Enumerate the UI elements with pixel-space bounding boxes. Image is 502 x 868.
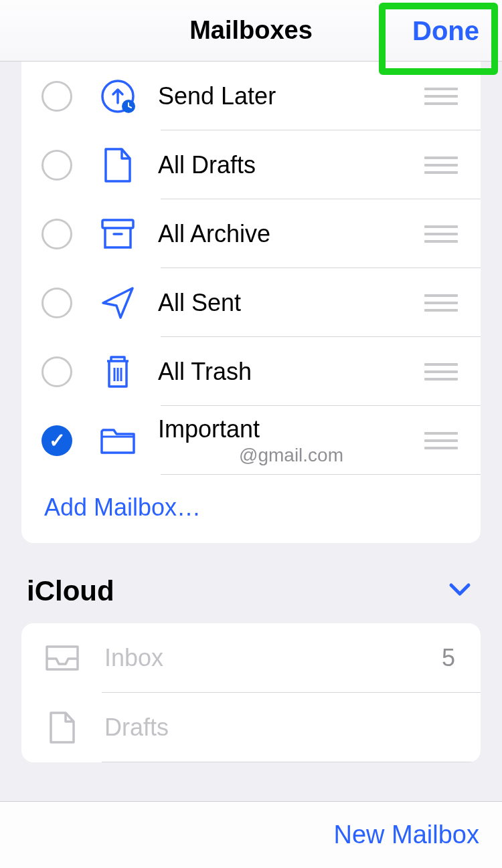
account-card: Inbox 5 Drafts: [21, 623, 481, 762]
checkbox-unchecked[interactable]: [41, 356, 72, 387]
row-label: Inbox: [104, 644, 442, 672]
drag-handle-icon[interactable]: [424, 156, 458, 174]
checkbox-checked[interactable]: [41, 425, 72, 456]
checkbox-unchecked[interactable]: [41, 219, 72, 249]
bottom-toolbar: New Mailbox: [0, 801, 502, 868]
drag-handle-icon[interactable]: [424, 432, 458, 449]
mailbox-row-all-drafts[interactable]: All Drafts: [21, 130, 481, 199]
chevron-down-icon: [448, 582, 471, 600]
row-label: Send Later: [158, 82, 424, 110]
mailbox-row-send-later[interactable]: Send Later: [21, 62, 481, 130]
draft-icon: [98, 146, 138, 184]
archive-icon: [98, 218, 138, 250]
account-title: iCloud: [27, 575, 114, 607]
drag-handle-icon[interactable]: [424, 225, 458, 243]
sent-icon: [98, 284, 138, 322]
add-mailbox-button[interactable]: Add Mailbox…: [21, 475, 481, 543]
mailbox-row-all-archive[interactable]: All Archive: [21, 199, 481, 268]
done-button[interactable]: Done: [412, 15, 479, 45]
checkbox-unchecked[interactable]: [41, 288, 72, 318]
new-mailbox-button[interactable]: New Mailbox: [333, 821, 479, 849]
navigation-bar: Mailboxes Done: [0, 0, 502, 62]
page-title: Mailboxes: [189, 16, 313, 45]
favorites-card: Send Later All Drafts: [21, 62, 481, 543]
mailbox-row-all-sent[interactable]: All Sent: [21, 268, 481, 337]
draft-icon: [44, 710, 80, 745]
checkbox-unchecked[interactable]: [41, 150, 72, 181]
unread-count: 5: [442, 644, 455, 672]
row-label: Important: [158, 415, 424, 443]
account-row-drafts[interactable]: Drafts: [21, 693, 481, 762]
row-label: All Drafts: [158, 151, 424, 179]
row-label: All Trash: [158, 358, 424, 386]
drag-handle-icon[interactable]: [424, 88, 458, 105]
mailbox-row-all-trash[interactable]: All Trash: [21, 337, 481, 406]
send-later-icon: [98, 78, 138, 114]
row-label: All Archive: [158, 220, 424, 248]
row-sublabel: @gmail.com: [239, 445, 343, 466]
checkbox-unchecked[interactable]: [41, 81, 72, 112]
trash-icon: [98, 353, 138, 391]
drag-handle-icon[interactable]: [424, 363, 458, 381]
account-section-header[interactable]: iCloud: [21, 543, 481, 623]
row-label: Drafts: [104, 714, 481, 742]
account-row-inbox[interactable]: Inbox 5: [21, 623, 481, 693]
inbox-icon: [44, 644, 80, 672]
svg-rect-2: [102, 220, 133, 228]
drag-handle-icon[interactable]: [424, 294, 458, 312]
mailbox-row-important[interactable]: Important @gmail.com: [21, 406, 481, 475]
row-label: All Sent: [158, 289, 424, 317]
folder-icon: [98, 426, 138, 455]
